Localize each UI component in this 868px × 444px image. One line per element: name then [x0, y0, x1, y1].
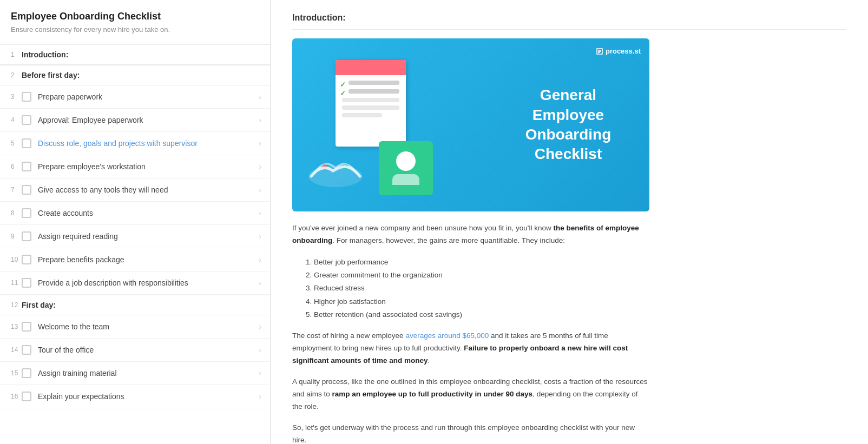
right-section-title: Introduction: [292, 13, 846, 30]
cost-paragraph: The cost of hiring a new employee averag… [292, 330, 649, 367]
chevron-right-icon: › [259, 346, 261, 354]
panel-title: Employee Onboarding Checklist [0, 11, 270, 25]
chevron-right-icon: › [259, 162, 261, 171]
benefit-item-5: Better retention (and associated cost sa… [314, 308, 671, 321]
section-number: 1 [11, 51, 22, 58]
item-checkbox[interactable] [22, 138, 31, 148]
intro-paragraph: If you've ever joined a new company and … [292, 222, 649, 247]
item-checkbox[interactable] [22, 392, 31, 401]
item-checkbox[interactable] [22, 231, 31, 241]
chevron-right-icon: › [259, 92, 261, 101]
section-number: 12 [11, 301, 22, 309]
check-2: ✓ [340, 89, 346, 97]
section-label: Introduction: [22, 50, 68, 59]
doc-header [336, 60, 406, 75]
checklist-item-10[interactable]: 10 Prepare benefits package › [0, 248, 270, 271]
item-checkbox[interactable] [22, 185, 31, 195]
doc-line-2 [348, 89, 399, 94]
chevron-right-icon: › [259, 139, 261, 148]
chevron-right-icon: › [259, 392, 261, 401]
handshake-icon [303, 147, 368, 190]
item-checkbox[interactable] [22, 322, 31, 332]
section-header-1: 1 Introduction: [0, 44, 270, 65]
avatar-body [392, 174, 419, 185]
checklist-item-8[interactable]: 8 Create accounts › [0, 202, 270, 225]
checklist-item-7[interactable]: 7 Give access to any tools they will nee… [0, 178, 270, 202]
doc-line-1 [348, 81, 399, 85]
left-panel: Employee Onboarding Checklist Ensure con… [0, 0, 271, 444]
item-label: Prepare paperwork [38, 92, 254, 101]
cost-text-1: The cost of hiring a new employee [292, 332, 405, 340]
checklist-item-15[interactable]: 15 Assign training material › [0, 362, 270, 385]
item-label: Explain your expectations [38, 392, 254, 401]
illus-doc: ✓ ✓ [336, 60, 406, 147]
checklist-container: 1 Introduction: 2 Before first day: 3 Pr… [0, 44, 270, 408]
item-number: 4 [11, 116, 22, 124]
avatar-circle [396, 151, 416, 171]
item-checkbox[interactable] [22, 115, 31, 125]
benefit-item-1: Better job performance [314, 256, 671, 269]
item-label: Assign required reading [38, 232, 254, 241]
right-panel: Introduction: ✓ ✓ [271, 0, 868, 444]
item-checkbox[interactable] [22, 368, 31, 378]
benefit-item-2: Greater commitment to the organization [314, 269, 671, 282]
item-label: Tour of the office [38, 346, 254, 354]
item-number: 14 [11, 346, 22, 354]
item-number: 3 [11, 93, 22, 101]
chevron-right-icon: › [259, 322, 261, 331]
checklist-item-16[interactable]: 16 Explain your expectations › [0, 385, 270, 408]
item-number: 11 [11, 279, 22, 287]
chevron-right-icon: › [259, 209, 261, 217]
checklist-item-4[interactable]: 4 Approval: Employee paperwork › [0, 109, 270, 132]
benefit-item-3: Reduced stress [314, 282, 671, 295]
item-checkbox[interactable] [22, 345, 31, 355]
item-number: 6 [11, 163, 22, 170]
logo-text: process.st [606, 47, 641, 55]
checklist-item-6[interactable]: 6 Prepare employee's workstation › [0, 155, 270, 178]
checklist-item-9[interactable]: 9 Assign required reading › [0, 225, 270, 248]
item-checkbox[interactable] [22, 255, 31, 264]
chevron-right-icon: › [259, 116, 261, 124]
hero-image: ✓ ✓ [292, 38, 649, 211]
avatar-card [379, 141, 433, 195]
item-label: Approval: Employee paperwork [38, 116, 254, 124]
item-number: 8 [11, 209, 22, 217]
hero-text-block: General EmployeeOnboarding Checklist [487, 69, 649, 181]
benefits-list: Better job performanceGreater commitment… [314, 256, 671, 321]
cost-link[interactable]: averages around $65,000 [405, 332, 489, 340]
item-checkbox[interactable] [22, 278, 31, 288]
chevron-right-icon: › [259, 369, 261, 377]
item-checkbox[interactable] [22, 92, 31, 102]
section-header-2: 2 Before first day: [0, 65, 270, 85]
check-1: ✓ [340, 81, 346, 89]
item-number: 15 [11, 369, 22, 377]
quality-bold: ramp an employee up to full productivity… [332, 390, 533, 398]
checklist-item-5[interactable]: 5 Discuss role, goals and projects with … [0, 132, 270, 155]
item-checkbox[interactable] [22, 162, 31, 171]
checklist-item-3[interactable]: 3 Prepare paperwork › [0, 85, 270, 109]
item-label: Welcome to the team [38, 322, 254, 331]
section-label: Before first day: [22, 71, 80, 79]
checklist-item-14[interactable]: 14 Tour of the office › [0, 339, 270, 362]
checklist-item-11[interactable]: 11 Provide a job description with respon… [0, 271, 270, 295]
doc-line-3 [342, 98, 399, 117]
quality-paragraph: A quality process, like the one outlined… [292, 376, 649, 413]
item-checkbox[interactable] [22, 208, 31, 218]
item-label: Discuss role, goals and projects with su… [38, 139, 254, 148]
item-number: 16 [11, 393, 22, 400]
section-number: 2 [11, 71, 22, 79]
hero-title: General EmployeeOnboarding Checklist [509, 85, 628, 164]
item-label: Prepare employee's workstation [38, 162, 254, 171]
intro-cont: . For managers, however, the gains are m… [332, 236, 565, 244]
closing-text: So, let's get underway with the process … [292, 423, 635, 444]
section-label: First day: [22, 301, 56, 309]
item-label: Prepare benefits package [38, 255, 254, 264]
section-header-12: 12 First day: [0, 295, 270, 315]
item-label: Provide a job description with responsib… [38, 279, 254, 287]
item-number: 5 [11, 140, 22, 147]
chevron-right-icon: › [259, 232, 261, 241]
chevron-right-icon: › [259, 279, 261, 287]
intro-text: If you've ever joined a new company and … [292, 224, 553, 232]
item-label: Give access to any tools they will need [38, 185, 254, 194]
checklist-item-13[interactable]: 13 Welcome to the team › [0, 315, 270, 339]
